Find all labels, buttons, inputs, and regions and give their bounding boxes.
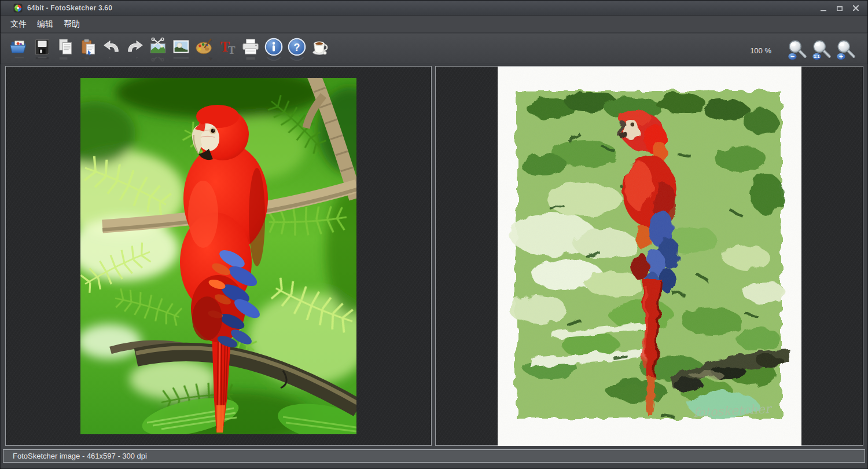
about-button[interactable] (262, 36, 285, 64)
redo-icon (125, 37, 145, 57)
svg-text:−: − (790, 53, 795, 61)
text-icon-reflection: TT (218, 57, 237, 62)
paste-button[interactable] (77, 36, 100, 64)
maximize-button[interactable] (835, 4, 844, 12)
printer-icon (241, 37, 260, 57)
svg-text:T: T (220, 57, 230, 60)
menu-item-edit[interactable]: 编辑 (32, 17, 58, 32)
redo-button[interactable] (123, 36, 146, 64)
svg-text:+: + (839, 53, 843, 61)
close-button[interactable] (851, 4, 860, 12)
zoom-out-button[interactable]: − (786, 38, 808, 63)
help-icon: ? (287, 37, 307, 57)
zoom-actual-icon: 1:1 (811, 38, 833, 63)
painted-image: fotosketcher (498, 67, 801, 446)
palette-icon-reflection (194, 57, 214, 62)
coffee-icon-reflection (310, 57, 330, 62)
drawing-parameters-button[interactable] (193, 36, 216, 64)
coffee-icon (310, 37, 330, 57)
crop-image-icon-reflection (148, 57, 168, 62)
original-image-panel[interactable] (5, 66, 432, 446)
menu-item-help[interactable]: 帮助 (58, 17, 85, 32)
copy-button[interactable] (54, 36, 77, 64)
donate-coffee-button[interactable] (308, 36, 332, 64)
help-button[interactable]: ?? (285, 36, 308, 64)
undo-button[interactable] (100, 36, 123, 64)
help-icon-reflection: ? (287, 57, 307, 62)
crop-image-icon (148, 37, 168, 57)
toolbar: TTTT?? 100 % −1:1+ (1, 34, 867, 64)
print-button[interactable] (239, 36, 262, 64)
status-bar: FotoSketcher image - 461x597 - 300 dpi (3, 449, 865, 463)
menu-item-file[interactable]: 文件 (5, 17, 32, 32)
svg-text:T: T (228, 44, 236, 56)
svg-text:?: ? (294, 42, 300, 53)
zoom-out-icon: − (786, 38, 808, 63)
undo-icon (102, 37, 122, 57)
toolbar-buttons: TTTT?? (8, 36, 332, 64)
window-title: 64bit - FotoSketcher 3.60 (27, 4, 112, 12)
open-image-button[interactable] (8, 36, 31, 64)
info-icon (264, 37, 284, 57)
menu-bar: 文件编辑帮助 (1, 16, 867, 33)
copy-icon (56, 37, 75, 57)
zoom-buttons: −1:1+ (784, 38, 857, 63)
minimize-button[interactable] (819, 4, 828, 12)
save-image-button[interactable] (31, 36, 54, 64)
close-icon (852, 4, 860, 12)
photo-icon (171, 37, 191, 57)
workspace: fotosketcher (1, 64, 867, 449)
save-icon-reflection (32, 57, 52, 62)
redo-icon-reflection (125, 57, 145, 62)
photo-icon-reflection (171, 57, 191, 62)
paste-icon (79, 37, 98, 57)
printer-icon-reflection (241, 57, 260, 62)
add-text-button[interactable]: TTTT (216, 36, 239, 64)
text-icon: TT (218, 37, 237, 57)
minimize-icon (819, 4, 827, 12)
fotosketcher-logo-icon (13, 3, 23, 13)
maximize-icon (836, 4, 844, 12)
save-icon (32, 37, 52, 57)
fotosketcher-window: 64bit - FotoSketcher 3.60 文件编辑帮助 TTTT?? … (0, 0, 868, 469)
zoom-level: 100 % (750, 46, 771, 55)
paste-icon-reflection (79, 57, 98, 62)
painted-image-panel[interactable]: fotosketcher (435, 66, 863, 446)
toolbar-zoom-area: 100 % −1:1+ (750, 38, 862, 63)
original-image (80, 78, 356, 434)
window-controls (819, 4, 867, 12)
zoom-actual-size-button[interactable]: 1:1 (811, 38, 833, 63)
title-bar: 64bit - FotoSketcher 3.60 (1, 1, 867, 16)
zoom-in-button[interactable]: + (835, 38, 857, 63)
open-image-icon-reflection (9, 57, 29, 62)
copy-icon-reflection (56, 57, 75, 62)
palette-icon (194, 37, 214, 57)
image-parameters-button[interactable] (170, 36, 193, 64)
undo-icon-reflection (102, 57, 122, 62)
zoom-in-icon: + (835, 38, 857, 63)
status-text: FotoSketcher image - 461x597 - 300 dpi (13, 452, 147, 460)
svg-text:1:1: 1:1 (814, 54, 819, 59)
open-image-icon (9, 37, 29, 57)
crop-resize-button[interactable] (146, 36, 170, 64)
info-icon-reflection (264, 57, 284, 62)
